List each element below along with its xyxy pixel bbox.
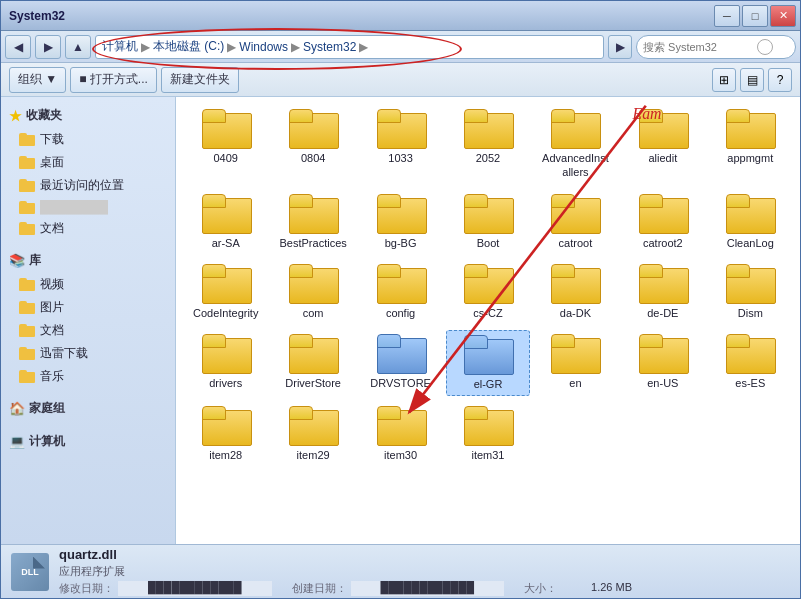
size-value: 1.26 MB — [561, 581, 662, 596]
sidebar-item-label: 视频 — [40, 276, 64, 293]
up-button[interactable]: ▲ — [65, 35, 91, 59]
folder-label: 2052 — [476, 151, 500, 165]
address-go-button[interactable]: ▶ — [608, 35, 632, 59]
file-item[interactable]: item28 — [184, 402, 267, 466]
folder-icon — [19, 133, 35, 146]
folder-icon — [289, 194, 337, 234]
folder-icon — [551, 109, 599, 149]
library-header[interactable]: 📚 库 — [1, 248, 175, 273]
breadcrumb-localdisk[interactable]: 本地磁盘 (C:) — [153, 38, 224, 55]
folder-label: aliedit — [648, 151, 677, 165]
sidebar-item-label: 迅雷下载 — [40, 345, 88, 362]
sidebar-item-docs[interactable]: 文档 — [1, 217, 175, 240]
search-icon[interactable] — [757, 39, 773, 55]
file-item[interactable]: ar-SA — [184, 190, 267, 254]
folder-icon — [202, 194, 250, 234]
back-button[interactable]: ◀ — [5, 35, 31, 59]
file-item[interactable]: bg-BG — [359, 190, 442, 254]
organize-button[interactable]: 组织 ▼ — [9, 67, 66, 93]
folder-label: da-DK — [560, 306, 591, 320]
breadcrumb-bar: 计算机 ▶ 本地磁盘 (C:) ▶ Windows ▶ System32 ▶ — [95, 35, 604, 59]
file-item[interactable]: cs-CZ — [446, 260, 529, 324]
sidebar-item-video[interactable]: 视频 — [1, 273, 175, 296]
file-item[interactable]: catroot2 — [621, 190, 704, 254]
new-folder-button[interactable]: 新建文件夹 — [161, 67, 239, 93]
file-item[interactable]: Boot — [446, 190, 529, 254]
file-item[interactable]: 1033 — [359, 105, 442, 184]
sidebar-item-xunlei[interactable]: 迅雷下载 — [1, 342, 175, 365]
folder-icon — [19, 278, 35, 291]
file-item[interactable]: en-US — [621, 330, 704, 396]
file-item[interactable]: com — [271, 260, 354, 324]
library-label: 库 — [29, 252, 41, 269]
file-item[interactable]: appmgmt — [709, 105, 792, 184]
close-button[interactable]: ✕ — [770, 5, 796, 27]
folder-label: catroot — [559, 236, 593, 250]
forward-button[interactable]: ▶ — [35, 35, 61, 59]
toolbar-right: ⊞ ▤ ? — [712, 68, 792, 92]
file-item[interactable]: BestPractices — [271, 190, 354, 254]
folder-icon — [726, 194, 774, 234]
folder-label: drivers — [209, 376, 242, 390]
homegroup-label: 家庭组 — [29, 400, 65, 417]
sidebar-item-download[interactable]: 下载 — [1, 128, 175, 151]
file-item[interactable]: config — [359, 260, 442, 324]
view-toggle-button2[interactable]: ▤ — [740, 68, 764, 92]
modified-meta: 修改日期： ████████████ — [59, 581, 272, 596]
file-item[interactable]: AdvancedInstallers — [534, 105, 617, 184]
sidebar-item-label: 文档 — [40, 322, 64, 339]
file-item[interactable]: CodeIntegrity — [184, 260, 267, 324]
sidebar-item-blurred1[interactable]: ████████ — [1, 197, 175, 217]
help-button[interactable]: ? — [768, 68, 792, 92]
file-item[interactable]: item30 — [359, 402, 442, 466]
breadcrumb-system32[interactable]: System32 — [303, 40, 356, 54]
view-toggle-button[interactable]: ⊞ — [712, 68, 736, 92]
folder-icon — [464, 109, 512, 149]
status-meta: 修改日期： ████████████ 创建日期： ████████████ 大小… — [59, 581, 662, 596]
file-item[interactable]: Dism — [709, 260, 792, 324]
file-item[interactable]: en — [534, 330, 617, 396]
file-item[interactable]: DriverStore — [271, 330, 354, 396]
search-input[interactable] — [643, 41, 753, 53]
folder-label: item30 — [384, 448, 417, 462]
size-meta: 大小： 1.26 MB — [524, 581, 662, 596]
breadcrumb-windows[interactable]: Windows — [239, 40, 288, 54]
favorites-header[interactable]: ★ 收藏夹 — [1, 103, 175, 128]
open-with-button[interactable]: ■ 打开方式... — [70, 67, 157, 93]
file-item[interactable]: es-ES — [709, 330, 792, 396]
file-item[interactable]: 2052 — [446, 105, 529, 184]
file-item[interactable]: aliedit — [621, 105, 704, 184]
folder-icon — [289, 406, 337, 446]
file-item[interactable]: el-GR — [446, 330, 529, 396]
sidebar-item-label: 文档 — [40, 220, 64, 237]
file-item[interactable]: 0409 — [184, 105, 267, 184]
folder-label: de-DE — [647, 306, 678, 320]
sidebar-item-docs2[interactable]: 文档 — [1, 319, 175, 342]
file-item[interactable]: drivers — [184, 330, 267, 396]
sidebar-item-music[interactable]: 音乐 — [1, 365, 175, 388]
sidebar-item-recent[interactable]: 最近访问的位置 — [1, 174, 175, 197]
homegroup-header[interactable]: 🏠 家庭组 — [1, 396, 175, 421]
file-item[interactable]: 0804 — [271, 105, 354, 184]
sidebar-item-desktop[interactable]: 桌面 — [1, 151, 175, 174]
file-item[interactable]: item29 — [271, 402, 354, 466]
folder-label: 0804 — [301, 151, 325, 165]
computer-header[interactable]: 💻 计算机 — [1, 429, 175, 454]
file-item[interactable]: de-DE — [621, 260, 704, 324]
file-item[interactable]: item31 — [446, 402, 529, 466]
created-meta: 创建日期： ████████████ — [292, 581, 505, 596]
explorer-window: System32 ─ □ ✕ ◀ ▶ ▲ 计算机 ▶ 本地磁盘 (C:) ▶ W… — [0, 0, 801, 599]
folder-icon — [377, 109, 425, 149]
file-item[interactable]: CleanLog — [709, 190, 792, 254]
minimize-button[interactable]: ─ — [714, 5, 740, 27]
folder-label: catroot2 — [643, 236, 683, 250]
folder-icon — [19, 222, 35, 235]
file-item[interactable]: DRVSTORE — [359, 330, 442, 396]
file-item[interactable]: da-DK — [534, 260, 617, 324]
library-icon: 📚 — [9, 253, 25, 268]
folder-label: DRVSTORE — [370, 376, 431, 390]
breadcrumb-computer[interactable]: 计算机 — [102, 38, 138, 55]
file-item[interactable]: catroot — [534, 190, 617, 254]
sidebar-item-pics[interactable]: 图片 — [1, 296, 175, 319]
maximize-button[interactable]: □ — [742, 5, 768, 27]
